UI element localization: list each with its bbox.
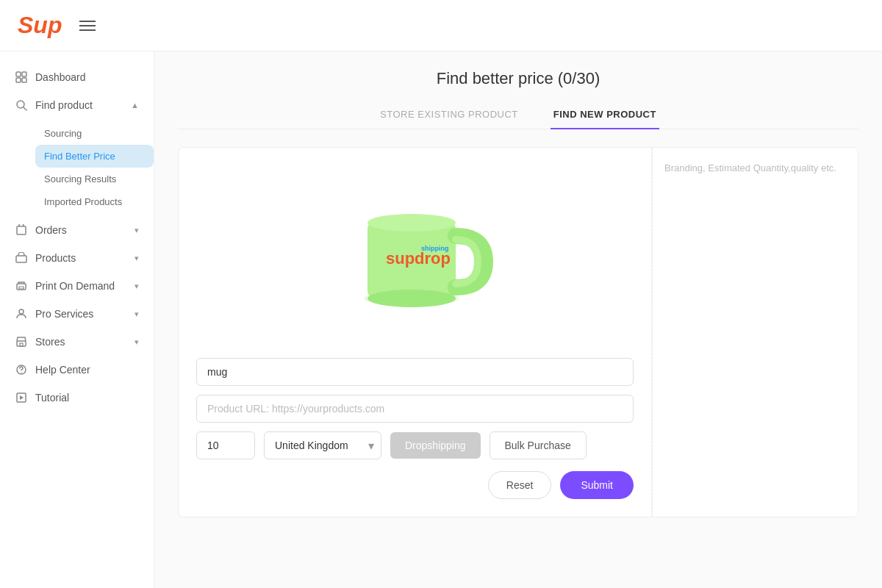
sidebar-item-help-center[interactable]: Help Center [0,356,154,384]
product-name-input[interactable] [196,358,634,386]
country-select-wrap: United Kingdom United States Germany Fra… [264,431,381,459]
form-actions: Reset Submit [196,471,634,499]
chevron-down-icon-products: ▾ [135,254,139,263]
sidebar-label-orders: Orders [35,224,67,236]
tutorial-icon [15,391,28,404]
sidebar-item-print-on-demand[interactable]: Print On Demand ▾ [0,272,154,300]
tab-store-existing[interactable]: STORE EXISTING PRODUCT [377,103,521,129]
sidebar-label-tutorial: Tutorial [35,392,69,404]
chevron-down-icon-stores: ▾ [135,337,139,347]
svg-point-10 [19,309,24,314]
sidebar-item-products[interactable]: Products ▾ [0,244,154,272]
page-title: Find better price (0/30) [178,69,858,88]
sidebar-sub-find-product: Sourcing Find Better Price Sourcing Resu… [0,119,154,216]
tab-bar: STORE EXISTING PRODUCT FIND NEW PRODUCT [178,103,858,129]
sidebar-label-pro-services: Pro Services [35,308,93,320]
logo: Sup [18,12,62,39]
sidebar-item-sourcing[interactable]: Sourcing [35,122,154,145]
mug-image: supdrop shipping [334,177,496,317]
help-center-icon [15,363,28,376]
main-content: Find better price (0/30) STORE EXISTING … [154,51,882,588]
svg-point-14 [21,372,21,373]
submit-button[interactable]: Submit [560,471,634,499]
sidebar-label-dashboard: Dashboard [35,71,86,83]
stores-icon [15,335,28,348]
svg-text:shipping: shipping [421,245,449,252]
main-card: supdrop shipping United Kingdom [178,147,858,517]
svg-point-19 [368,290,456,307]
sidebar-item-stores[interactable]: Stores ▾ [0,328,154,356]
svg-rect-9 [19,287,24,289]
svg-point-18 [368,214,456,232]
svg-rect-7 [16,256,26,262]
quantity-input[interactable] [196,431,255,459]
sidebar-item-pro-services[interactable]: Pro Services ▾ [0,300,154,328]
hint-placeholder-text: Branding, Estimated Quantity,quality etc… [664,162,836,173]
svg-rect-0 [16,72,21,76]
sidebar-label-help: Help Center [35,364,90,376]
product-url-input[interactable] [196,395,634,423]
chevron-down-icon-pod: ▾ [135,282,139,291]
sidebar-label-stores: Stores [35,336,65,348]
sidebar-item-sourcing-results[interactable]: Sourcing Results [35,168,154,190]
svg-rect-3 [22,78,26,82]
svg-line-5 [24,107,26,110]
sidebar-label-find-product: Find product [35,99,93,111]
chevron-down-icon-pro: ▾ [135,309,139,319]
products-icon [15,251,28,265]
svg-rect-2 [16,78,21,82]
sidebar-item-dashboard[interactable]: Dashboard [0,63,154,91]
sidebar-item-orders[interactable]: Orders ▾ [0,216,154,244]
card-body: supdrop shipping United Kingdom [179,148,858,517]
menu-icon[interactable] [79,21,96,31]
sidebar-label-products: Products [35,252,76,264]
orders-icon [15,223,28,237]
mug-image-area: supdrop shipping [179,148,651,346]
chevron-up-icon: ▲ [131,101,139,110]
sidebar-item-tutorial[interactable]: Tutorial [0,384,154,412]
form-area: United Kingdom United States Germany Fra… [179,346,651,517]
card-left: supdrop shipping United Kingdom [179,148,652,517]
dropshipping-button[interactable]: Dropshipping [390,432,481,459]
chevron-down-icon: ▾ [135,226,139,235]
dashboard-icon [15,71,28,84]
sidebar-item-find-product[interactable]: Find product ▲ [0,91,154,119]
svg-rect-6 [17,226,26,234]
hint-panel: Branding, Estimated Quantity,quality etc… [652,148,858,517]
reset-button[interactable]: Reset [488,471,552,499]
bulk-purchase-button[interactable]: Bulk Purchase [490,431,587,459]
header: Sup [0,0,882,51]
sidebar-item-imported-products[interactable]: Imported Products [35,190,154,213]
sidebar: Dashboard Find product ▲ Sourcing Find B… [0,51,154,588]
country-select[interactable]: United Kingdom United States Germany Fra… [264,431,381,459]
pro-services-icon [15,307,28,320]
tab-find-new[interactable]: FIND NEW PRODUCT [551,103,659,129]
svg-rect-1 [22,72,26,76]
sidebar-label-pod: Print On Demand [35,280,115,292]
sidebar-item-find-better-price[interactable]: Find Better Price [35,145,154,168]
print-on-demand-icon [15,279,28,293]
form-row-options: United Kingdom United States Germany Fra… [196,431,634,459]
find-product-icon [15,98,28,112]
